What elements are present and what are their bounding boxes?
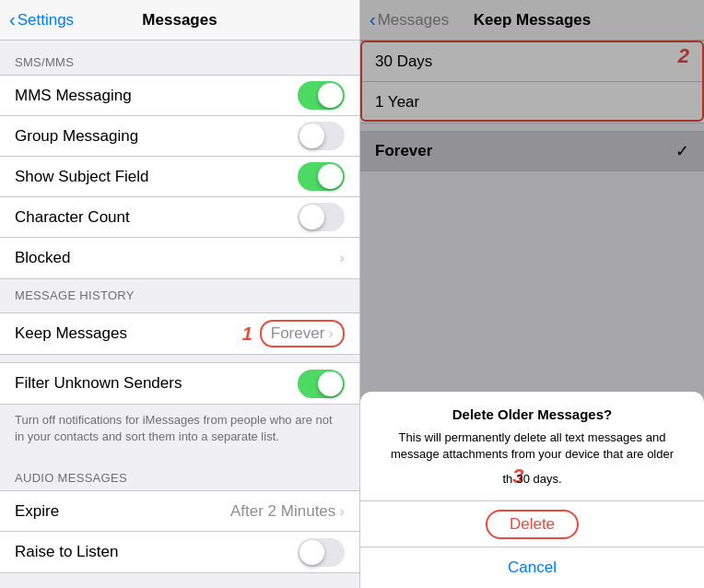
left-nav-title: Messages <box>142 11 217 29</box>
step1-number: 1 <box>242 323 252 345</box>
modal-content: Delete Older Messages? This will permane… <box>360 392 704 501</box>
delete-button[interactable]: Delete <box>486 510 579 539</box>
show-subject-field-row: Show Subject Field <box>0 157 359 197</box>
modal-overlay: Delete Older Messages? This will permane… <box>360 0 704 588</box>
character-count-toggle[interactable] <box>298 203 345 231</box>
back-chevron-icon: ‹ <box>9 9 16 30</box>
cancel-button[interactable]: Cancel <box>360 547 704 588</box>
group-messaging-label: Group Messaging <box>15 127 138 146</box>
keep-messages-group: Keep Messages 1 Forever › <box>0 312 359 355</box>
expire-value: After 2 Minutes <box>230 502 335 521</box>
audio-messages-header: AUDIO MESSAGES <box>0 456 359 490</box>
character-count-row: Character Count <box>0 197 359 238</box>
keep-messages-value-text: Forever <box>271 324 325 343</box>
spacer <box>0 355 359 362</box>
toggle-knob <box>299 205 324 229</box>
cancel-label: Cancel <box>508 559 557 577</box>
blocked-chevron-icon: › <box>339 249 345 267</box>
toggle-knob <box>299 123 324 148</box>
left-panel: ‹ Settings Messages SMS/MMS MMS Messagin… <box>0 0 359 588</box>
filter-unknown-label: Filter Unknown Senders <box>15 374 182 393</box>
toggle-knob <box>318 371 343 396</box>
show-subject-field-label: Show Subject Field <box>15 168 149 186</box>
right-panel: ‹ Messages Keep Messages 30 Days 1 Year … <box>359 0 704 588</box>
group-messaging-row: Group Messaging <box>0 116 359 157</box>
blocked-row[interactable]: Blocked › <box>0 238 359 278</box>
group-messaging-toggle[interactable] <box>298 122 345 150</box>
modal-title: Delete Older Messages? <box>379 406 686 422</box>
mms-messaging-label: MMS Messaging <box>15 87 132 105</box>
raise-to-listen-row: Raise to Listen <box>0 532 359 572</box>
back-label: Settings <box>18 11 74 29</box>
keep-messages-label: Keep Messages <box>15 324 127 343</box>
modal-message: This will permanently delete all text me… <box>379 429 686 491</box>
mms-messaging-row: MMS Messaging <box>0 76 359 116</box>
filter-unknown-note: Turn off notifications for iMessages fro… <box>0 405 359 456</box>
keep-messages-row[interactable]: Keep Messages 1 Forever › <box>0 313 359 354</box>
character-count-label: Character Count <box>15 208 130 227</box>
blocked-label: Blocked <box>15 249 70 267</box>
filter-unknown-row: Filter Unknown Senders <box>0 363 359 404</box>
modal-delete-btn-row[interactable]: Delete <box>360 501 704 547</box>
sms-section-header: SMS/MMS <box>0 41 359 75</box>
raise-to-listen-label: Raise to Listen <box>15 543 118 561</box>
raise-to-listen-toggle[interactable] <box>298 538 345 567</box>
settings-back-button[interactable]: ‹ Settings <box>9 9 74 30</box>
left-nav-bar: ‹ Settings Messages <box>0 0 359 41</box>
message-history-header: MESSAGE HISTORY <box>0 279 359 308</box>
message-history-divider: MESSAGE HISTORY <box>0 279 359 312</box>
modal-message-part2: 30 days. <box>516 472 561 486</box>
toggle-knob <box>318 83 343 108</box>
delete-label: Delete <box>510 515 555 533</box>
keep-messages-value: Forever › <box>260 320 345 347</box>
toggle-knob <box>318 164 343 189</box>
filter-unknown-group: Filter Unknown Senders <box>0 362 359 405</box>
expire-row[interactable]: Expire After 2 Minutes › <box>0 491 359 532</box>
modal-container: Delete Older Messages? This will permane… <box>360 392 704 588</box>
expire-chevron-icon: › <box>339 502 345 521</box>
audio-messages-group: Expire After 2 Minutes › Raise to Listen <box>0 490 359 573</box>
show-subject-toggle[interactable] <box>298 162 345 191</box>
sms-settings-group: MMS Messaging Group Messaging Show Subje… <box>0 75 359 279</box>
toggle-knob <box>299 540 324 565</box>
mms-messaging-toggle[interactable] <box>298 81 345 110</box>
expire-label: Expire <box>15 502 59 521</box>
keep-messages-chevron-icon: › <box>328 324 334 343</box>
filter-unknown-toggle[interactable] <box>298 370 345 398</box>
